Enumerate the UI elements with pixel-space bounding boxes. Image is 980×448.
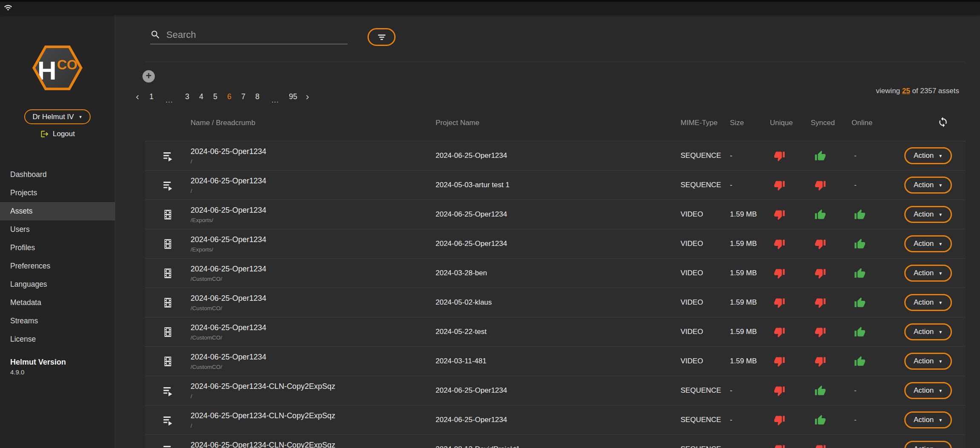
summary-count[interactable]: 25: [902, 87, 910, 95]
sidebar-item-preferences[interactable]: Preferences: [0, 257, 115, 275]
table-row[interactable]: 2024-06-25-Oper1234 /CustomCO/ 2024-05-2…: [145, 317, 966, 347]
action-label: Action: [914, 240, 934, 248]
sidebar-item-languages[interactable]: Languages: [0, 275, 115, 294]
wifi-icon: [4, 3, 12, 12]
search-bar: [150, 26, 348, 44]
table-row[interactable]: 2024-06-25-Oper1234 / 2024-06-25-Oper123…: [145, 141, 966, 171]
thumb-down-icon: [774, 180, 785, 191]
sidebar-item-label: Users: [10, 225, 30, 234]
action-label: Action: [914, 269, 934, 277]
sidebar-item-label: Profiles: [10, 243, 35, 252]
sidebar-item-label: Metadata: [10, 298, 41, 307]
summary-suffix: of 2357 assets: [910, 87, 959, 95]
sidebar-item-label: Languages: [10, 280, 47, 289]
sidebar-item-dashboard[interactable]: Dashboard: [0, 166, 115, 184]
add-button[interactable]: +: [142, 70, 155, 83]
unique-status: [770, 414, 811, 426]
pagination-page-1[interactable]: 1: [146, 91, 157, 102]
project-name: 2024-03-11-481: [436, 357, 681, 365]
action-button[interactable]: Action ▼: [904, 147, 952, 164]
filter-button[interactable]: [368, 28, 396, 46]
action-button[interactable]: Action ▼: [904, 265, 952, 282]
chevron-down-icon: ▼: [938, 154, 943, 158]
thumb-up-icon: [854, 268, 866, 279]
thumb-down-icon: [774, 385, 785, 397]
mime-type: SEQUENCE: [681, 386, 730, 395]
table-row[interactable]: 2024-06-25-Oper1234-CLN-Copy2ExpSqz / 20…: [145, 376, 966, 405]
sidebar: HCO Dr Helmut IV ▼ Logout DashboardProje…: [0, 14, 115, 448]
action-button[interactable]: Action ▼: [904, 294, 952, 311]
table-row[interactable]: 2024-06-25-Oper1234 /CustomCO/ 2024-05-0…: [145, 288, 966, 317]
online-status: [852, 268, 902, 279]
film-icon: [162, 268, 174, 279]
pagination-page-5[interactable]: 5: [210, 91, 220, 102]
action-button[interactable]: Action ▼: [904, 441, 952, 448]
thumb-up-icon: [854, 326, 866, 338]
pagination-page-3[interactable]: 3: [182, 91, 192, 102]
mime-type: VIDEO: [681, 210, 730, 219]
refresh-icon: [937, 117, 949, 128]
asset-breadcrumb: /Exports/: [191, 217, 436, 223]
logout-button[interactable]: Logout: [0, 128, 115, 140]
chevron-down-icon: ▼: [938, 330, 943, 334]
pagination-ellipsis: ...: [160, 95, 178, 105]
action-button[interactable]: Action ▼: [904, 382, 952, 399]
online-status: [852, 326, 902, 338]
thumb-down-icon: [815, 356, 826, 367]
asset-breadcrumb: /CustomCO/: [191, 364, 436, 370]
main-content: + viewing 25 of 2357 assets 1...345678..…: [115, 14, 980, 448]
action-button[interactable]: Action ▼: [904, 411, 952, 428]
action-button[interactable]: Action ▼: [904, 323, 952, 340]
synced-status: [811, 356, 852, 367]
sidebar-item-streams[interactable]: Streams: [0, 312, 115, 330]
asset-breadcrumb: /CustomCO/: [191, 335, 436, 341]
table-row[interactable]: 2024-06-25-Oper1234 / 2024-05-03-artur t…: [145, 171, 966, 200]
action-button[interactable]: Action ▼: [904, 177, 952, 194]
assets-table: Name / Breadcrumb Project Name MIME-Type…: [145, 112, 966, 448]
action-button[interactable]: Action ▼: [904, 353, 952, 370]
film-icon: [162, 238, 174, 250]
project-name: 2024-05-22-test: [436, 328, 681, 336]
asset-breadcrumb: /: [191, 188, 436, 194]
search-input[interactable]: [166, 29, 348, 40]
size: -: [730, 181, 770, 189]
film-icon: [162, 356, 174, 367]
pagination-page-8[interactable]: 8: [252, 91, 262, 102]
action-label: Action: [914, 328, 934, 336]
online-status: [852, 238, 902, 250]
thumb-down-icon: [774, 150, 785, 162]
pagination-page-4[interactable]: 4: [196, 91, 206, 102]
table-row[interactable]: 2024-06-25-Oper1234-CLN-Copy2ExpSqz / 20…: [145, 435, 966, 448]
table-row[interactable]: 2024-06-25-Oper1234 /Exports/ 2024-06-25…: [145, 229, 966, 259]
sidebar-item-assets[interactable]: Assets: [0, 202, 115, 220]
asset-name: 2024-06-25-Oper1234: [191, 265, 436, 273]
table-row[interactable]: 2024-06-25-Oper1234 /CustomCO/ 2024-03-2…: [145, 259, 966, 288]
asset-name: 2024-06-25-Oper1234: [191, 206, 436, 214]
sidebar-item-profiles[interactable]: Profiles: [0, 239, 115, 257]
sidebar-item-projects[interactable]: Projects: [0, 184, 115, 202]
table-row[interactable]: 2024-06-25-Oper1234 /Exports/ 2024-06-25…: [145, 200, 966, 229]
action-button[interactable]: Action ▼: [904, 206, 952, 223]
pagination-page-7[interactable]: 7: [238, 91, 248, 102]
pagination-prev-button[interactable]: [132, 91, 142, 102]
action-button[interactable]: Action ▼: [904, 235, 952, 252]
pagination-page-6[interactable]: 6: [224, 91, 234, 102]
pagination-page-95[interactable]: 95: [288, 91, 298, 102]
sidebar-item-users[interactable]: Users: [0, 220, 115, 239]
thumb-up-icon: [854, 297, 866, 308]
sidebar-item-label: Preferences: [10, 262, 50, 271]
version-title: Helmut Version: [10, 357, 66, 367]
user-menu-button[interactable]: Dr Helmut IV ▼: [24, 109, 91, 124]
size: 1.59 MB: [730, 298, 770, 307]
sequence-icon: [162, 150, 174, 162]
pagination-next-button[interactable]: [302, 91, 312, 102]
logout-icon: [40, 130, 49, 138]
sidebar-item-metadata[interactable]: Metadata: [0, 294, 115, 312]
sidebar-item-license[interactable]: License: [0, 330, 115, 348]
table-row[interactable]: 2024-06-25-Oper1234 /CustomCO/ 2024-03-1…: [145, 347, 966, 376]
refresh-button[interactable]: [937, 117, 949, 128]
table-row[interactable]: 2024-06-25-Oper1234-CLN-Copy2ExpSqz / 20…: [145, 405, 966, 435]
unique-status: [770, 297, 811, 308]
mime-type: VIDEO: [681, 240, 730, 248]
size: -: [730, 386, 770, 395]
